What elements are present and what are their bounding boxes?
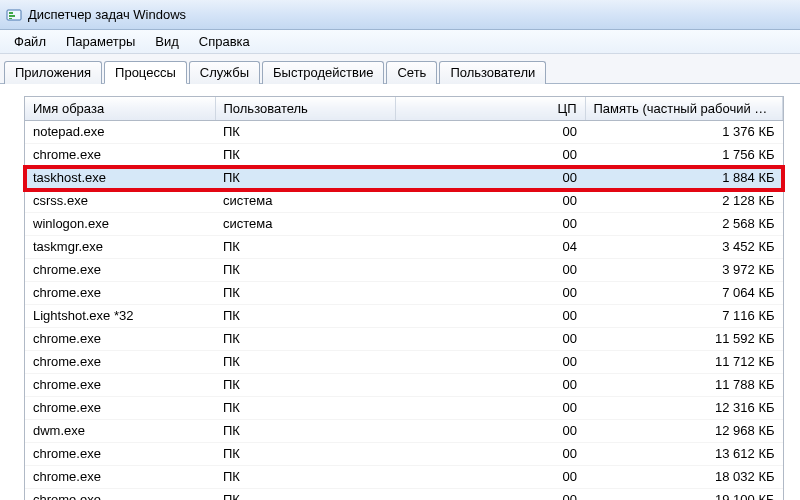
cell-user: ПК bbox=[215, 282, 395, 305]
cell-name: chrome.exe bbox=[25, 259, 215, 282]
cell-user: ПК bbox=[215, 167, 395, 190]
process-row[interactable]: Lightshot.exe *32ПК007 116 КБ bbox=[25, 305, 783, 328]
cell-name: chrome.exe bbox=[25, 397, 215, 420]
cell-user: ПК bbox=[215, 420, 395, 443]
cell-cpu: 00 bbox=[395, 328, 585, 351]
cell-user: ПК bbox=[215, 236, 395, 259]
cell-name: taskmgr.exe bbox=[25, 236, 215, 259]
col-header-user[interactable]: Пользователь bbox=[215, 97, 395, 121]
cell-name: chrome.exe bbox=[25, 282, 215, 305]
menu-options[interactable]: Параметры bbox=[56, 32, 145, 51]
process-row[interactable]: chrome.exeПК0019 100 КБ bbox=[25, 489, 783, 501]
cell-name: notepad.exe bbox=[25, 121, 215, 144]
cell-mem: 3 452 КБ bbox=[585, 236, 783, 259]
cell-cpu: 00 bbox=[395, 190, 585, 213]
cell-name: chrome.exe bbox=[25, 466, 215, 489]
cell-name: chrome.exe bbox=[25, 328, 215, 351]
cell-mem: 2 568 КБ bbox=[585, 213, 783, 236]
process-row[interactable]: chrome.exeПК003 972 КБ bbox=[25, 259, 783, 282]
menu-bar: Файл Параметры Вид Справка bbox=[0, 30, 800, 54]
cell-mem: 13 612 КБ bbox=[585, 443, 783, 466]
cell-mem: 7 064 КБ bbox=[585, 282, 783, 305]
cell-user: ПК bbox=[215, 351, 395, 374]
tab-users[interactable]: Пользователи bbox=[439, 61, 546, 84]
tab-processes[interactable]: Процессы bbox=[104, 61, 187, 84]
cell-cpu: 00 bbox=[395, 167, 585, 190]
cell-cpu: 04 bbox=[395, 236, 585, 259]
cell-user: ПК bbox=[215, 443, 395, 466]
cell-mem: 19 100 КБ bbox=[585, 489, 783, 501]
cell-name: chrome.exe bbox=[25, 489, 215, 501]
cell-cpu: 00 bbox=[395, 282, 585, 305]
process-row[interactable]: csrss.exeсистема002 128 КБ bbox=[25, 190, 783, 213]
cell-user: ПК bbox=[215, 489, 395, 501]
process-row[interactable]: chrome.exeПК0011 712 КБ bbox=[25, 351, 783, 374]
cell-user: система bbox=[215, 213, 395, 236]
cell-cpu: 00 bbox=[395, 351, 585, 374]
process-row[interactable]: taskhost.exeПК001 884 КБ bbox=[25, 167, 783, 190]
cell-mem: 12 968 КБ bbox=[585, 420, 783, 443]
cell-cpu: 00 bbox=[395, 121, 585, 144]
cell-mem: 1 756 КБ bbox=[585, 144, 783, 167]
process-row[interactable]: chrome.exeПК001 756 КБ bbox=[25, 144, 783, 167]
cell-name: Lightshot.exe *32 bbox=[25, 305, 215, 328]
cell-mem: 7 116 КБ bbox=[585, 305, 783, 328]
cell-mem: 11 712 КБ bbox=[585, 351, 783, 374]
cell-name: chrome.exe bbox=[25, 351, 215, 374]
cell-user: ПК bbox=[215, 374, 395, 397]
process-row[interactable]: notepad.exeПК001 376 КБ bbox=[25, 121, 783, 144]
svg-rect-3 bbox=[9, 18, 12, 19]
process-row[interactable]: chrome.exeПК0012 316 КБ bbox=[25, 397, 783, 420]
menu-help[interactable]: Справка bbox=[189, 32, 260, 51]
cell-user: ПК bbox=[215, 121, 395, 144]
process-row[interactable]: dwm.exeПК0012 968 КБ bbox=[25, 420, 783, 443]
process-row[interactable]: chrome.exeПК007 064 КБ bbox=[25, 282, 783, 305]
cell-user: ПК bbox=[215, 144, 395, 167]
title-bar: Диспетчер задач Windows bbox=[0, 0, 800, 30]
cell-cpu: 00 bbox=[395, 213, 585, 236]
cell-cpu: 00 bbox=[395, 489, 585, 501]
cell-cpu: 00 bbox=[395, 466, 585, 489]
process-table: Имя образа Пользователь ЦП Память (частн… bbox=[25, 97, 783, 500]
col-header-cpu[interactable]: ЦП bbox=[395, 97, 585, 121]
tab-applications[interactable]: Приложения bbox=[4, 61, 102, 84]
process-row[interactable]: chrome.exeПК0011 592 КБ bbox=[25, 328, 783, 351]
cell-cpu: 00 bbox=[395, 144, 585, 167]
cell-mem: 1 376 КБ bbox=[585, 121, 783, 144]
cell-cpu: 00 bbox=[395, 443, 585, 466]
cell-cpu: 00 bbox=[395, 259, 585, 282]
cell-user: ПК bbox=[215, 466, 395, 489]
menu-view[interactable]: Вид bbox=[145, 32, 189, 51]
cell-mem: 11 592 КБ bbox=[585, 328, 783, 351]
cell-name: taskhost.exe bbox=[25, 167, 215, 190]
cell-user: система bbox=[215, 190, 395, 213]
process-table-wrap: Имя образа Пользователь ЦП Память (частн… bbox=[24, 96, 784, 500]
cell-name: winlogon.exe bbox=[25, 213, 215, 236]
cell-name: chrome.exe bbox=[25, 443, 215, 466]
cell-mem: 18 032 КБ bbox=[585, 466, 783, 489]
process-row[interactable]: winlogon.exeсистема002 568 КБ bbox=[25, 213, 783, 236]
cell-cpu: 00 bbox=[395, 374, 585, 397]
col-header-image-name[interactable]: Имя образа bbox=[25, 97, 215, 121]
cell-name: chrome.exe bbox=[25, 144, 215, 167]
tab-performance[interactable]: Быстродействие bbox=[262, 61, 384, 84]
cell-cpu: 00 bbox=[395, 420, 585, 443]
content-area: Имя образа Пользователь ЦП Память (частн… bbox=[0, 84, 800, 500]
cell-cpu: 00 bbox=[395, 397, 585, 420]
cell-mem: 1 884 КБ bbox=[585, 167, 783, 190]
svg-rect-2 bbox=[9, 15, 15, 17]
tab-networking[interactable]: Сеть bbox=[386, 61, 437, 84]
process-row[interactable]: chrome.exeПК0018 032 КБ bbox=[25, 466, 783, 489]
cell-name: csrss.exe bbox=[25, 190, 215, 213]
process-row[interactable]: chrome.exeПК0011 788 КБ bbox=[25, 374, 783, 397]
cell-user: ПК bbox=[215, 328, 395, 351]
process-row[interactable]: taskmgr.exeПК043 452 КБ bbox=[25, 236, 783, 259]
cell-name: dwm.exe bbox=[25, 420, 215, 443]
window-title: Диспетчер задач Windows bbox=[28, 7, 186, 22]
cell-user: ПК bbox=[215, 397, 395, 420]
menu-file[interactable]: Файл bbox=[4, 32, 56, 51]
process-row[interactable]: chrome.exeПК0013 612 КБ bbox=[25, 443, 783, 466]
tab-services[interactable]: Службы bbox=[189, 61, 260, 84]
cell-user: ПК bbox=[215, 305, 395, 328]
col-header-memory[interactable]: Память (частный рабочий наб... bbox=[585, 97, 783, 121]
